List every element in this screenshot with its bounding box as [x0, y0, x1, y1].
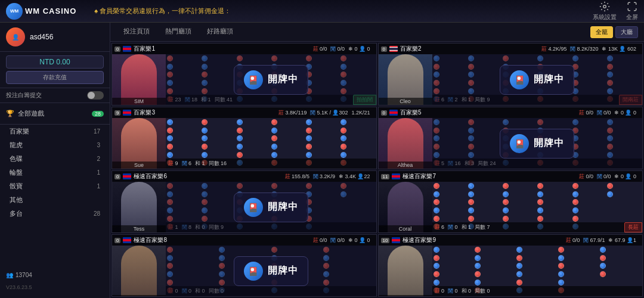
game-card-4[interactable]: 0 百家樂5 莊 0/0 閒 0/0 ❄ 0 👤 0 Althea 🎴 開牌: [378, 107, 643, 169]
bead-14: [237, 135, 243, 141]
player-stat-2: 閒 8.2K/320: [570, 45, 598, 53]
tie-stat-7: ❄ 0 👤 0: [348, 237, 370, 243]
game-num-badge-4: 0: [381, 110, 387, 116]
bead-24: [306, 119, 312, 125]
game-card-5[interactable]: 0 極速百家樂6 莊 155.8/5 閒 3.2K/9 ❄ 3.4K 👤22 T…: [112, 170, 377, 233]
bead-3: [434, 207, 439, 213]
bead-12: [516, 247, 522, 253]
view-lobby-tag[interactable]: 大廳: [615, 26, 638, 38]
dealer-name-3: Sue: [112, 162, 166, 169]
username: asd456: [30, 33, 53, 41]
player-stat-6: 閒 0/0: [597, 173, 611, 181]
roulette-label: 輪盤: [10, 168, 23, 177]
settings-button[interactable]: 系統設置: [593, 1, 617, 21]
tie-stat-4: ❄ 0 👤 0: [614, 110, 636, 116]
bead-31: [607, 191, 613, 197]
bead-7: [202, 128, 208, 134]
bead-0: [167, 119, 173, 125]
bead-3: [167, 144, 173, 150]
card-footer-3: 莊 9 閒 6 和 1 同數 16: [166, 159, 376, 169]
game-data-5: 🎴 開牌中: [166, 182, 376, 232]
sidebar-item-other[interactable]: 其他: [0, 193, 110, 207]
game-card-1[interactable]: 0 百家樂1 莊 0/0 閒 0/0 ❄ 0 👤 0 SIM 🎴 開牌中: [112, 43, 377, 105]
game-card-8[interactable]: 10 極速百家樂9 莊 0/0 閒 67.9/1 ❄ 67.9 👤1 莊 0 閒: [378, 234, 643, 297]
footer-rounds-8: 局數 0: [475, 287, 490, 295]
game-card-2[interactable]: 0 百家樂2 莊 4.2K/95 閒 8.2K/320 ❄ 13K 👤 602 …: [378, 43, 643, 105]
bead-8: [202, 135, 208, 141]
bead-4: [434, 216, 439, 222]
dealer-img-8: [379, 246, 432, 296]
multitable-count: 28: [94, 210, 100, 217]
opening-text-5: 開牌中: [268, 201, 298, 213]
content-area: 投注頁頂 熱門廳頂 好路廳頂 全籠 大廳 0 百家樂1 莊 0/0 閒 0/0 …: [110, 23, 644, 298]
card-header-8: 10 極速百家樂9 莊 0/0 閒 67.9/1 ❄ 67.9 👤1: [379, 235, 643, 246]
player-stat-1: 閒 0/0: [330, 45, 345, 53]
fullscreen-button[interactable]: 全屏: [626, 1, 638, 21]
bead-8: [468, 199, 474, 205]
dealer-name-1: SIM: [112, 98, 166, 105]
footer-banker-8: 莊 0: [435, 287, 445, 295]
footer-tie-8: 和 0: [462, 287, 472, 295]
bead-28: [306, 152, 312, 158]
footer-banker-3: 莊 9: [168, 160, 178, 167]
bead-27: [572, 207, 578, 213]
opening-overlay-4: 🎴 開牌中: [432, 118, 643, 169]
tie-stat-8: ❄ 67.9 👤1: [608, 237, 636, 243]
avatar: 👤: [6, 27, 25, 46]
tab-bet-top[interactable]: 投注頁頂: [116, 24, 157, 39]
bead-25: [572, 191, 578, 197]
bead-13: [503, 191, 509, 197]
deposit-button[interactable]: 存款充值: [6, 71, 104, 84]
game-title-1: 百家樂1: [134, 45, 155, 53]
online-icon: 👥: [6, 272, 13, 278]
roulette-count: 1: [97, 169, 100, 176]
opening-box-4: 🎴 開牌中: [500, 129, 574, 159]
balance-display: NTD 0.00: [6, 55, 104, 69]
sidebar-item-all-games[interactable]: 🏆 全部遊戲 28: [0, 106, 110, 121]
game-title-6: 極速百家樂7: [402, 172, 436, 181]
bead-24: [600, 247, 606, 253]
sidebar-item-dragontiger[interactable]: 龍虎 3: [0, 138, 110, 152]
sidebar-item-roulette[interactable]: 輪盤 1: [0, 166, 110, 179]
player-stat-4: 閒 0/0: [597, 109, 611, 117]
sidebar-item-baccarat[interactable]: 百家樂 17: [0, 125, 110, 138]
sidebar-item-multitable[interactable]: 多台 28: [0, 207, 110, 221]
logo-icon: WM: [6, 3, 23, 20]
banker-stat-5: 莊 155.8/5: [285, 173, 309, 181]
game-data-1: 🎴 開牌中: [166, 54, 376, 105]
card-header-2: 0 百家樂2 莊 4.2K/95 閒 8.2K/320 ❄ 13K 👤 602: [379, 44, 643, 54]
banker-stat-7: 莊 0/0: [313, 237, 327, 244]
bead-10: [202, 152, 208, 158]
sidebar-item-sicbo[interactable]: 色碟 2: [0, 152, 110, 166]
tab-hot-top[interactable]: 熱門廳頂: [158, 24, 199, 39]
dice-label: 骰寶: [10, 182, 23, 191]
game-card-7[interactable]: 0 極速百家樂8 莊 0/0 閒 0/0 ❄ 0 👤 0 🎴 開牌中: [112, 234, 377, 297]
view-all-tag[interactable]: 全籠: [590, 26, 613, 38]
bead-1: [434, 191, 439, 197]
bead-0: [434, 247, 439, 253]
bead-18: [558, 247, 564, 253]
bead-16: [516, 280, 522, 285]
flag-icon-2: [389, 46, 398, 52]
game-num-badge-3: 9: [114, 110, 120, 116]
game-num-badge-5: 0: [114, 174, 120, 179]
version-text: V23.6.23.5: [0, 281, 110, 293]
bead-9: [202, 144, 208, 150]
dice-count: 1: [97, 183, 100, 190]
online-count-row: 👥 13704: [0, 269, 110, 281]
bead-26: [306, 135, 312, 141]
sidebar-item-dice[interactable]: 骰寶 1: [0, 179, 110, 193]
bead-19: [558, 255, 564, 261]
fullscreen-label: 全屏: [626, 13, 638, 21]
game-card-3[interactable]: 9 百家樂3 莊 3.8K/119 閒 5.1K / 👤302 1.2K/21 …: [112, 107, 377, 169]
bead-12: [503, 183, 509, 189]
game-num-badge-1: 0: [114, 46, 120, 52]
game-card-6[interactable]: 11 極速百家樂7 莊 0/0 閒 0/0 ❄ 0 👤 0 Coral 莊 6 …: [378, 170, 643, 233]
bead-8: [475, 263, 481, 269]
tie-stat-5: ❄ 3.4K 👤22: [339, 173, 370, 179]
bead-26: [572, 199, 578, 205]
bead-21: [558, 271, 564, 277]
bead-15: [516, 271, 522, 277]
tab-good-road[interactable]: 好路廳頂: [200, 24, 240, 39]
bet-toggle-switch[interactable]: [87, 91, 104, 100]
